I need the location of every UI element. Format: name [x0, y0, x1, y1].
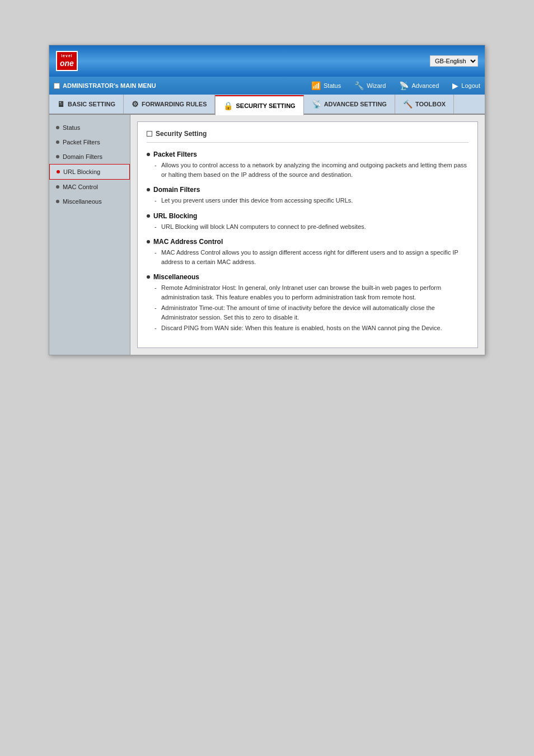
nav-advanced-label: Advanced: [411, 82, 439, 89]
tab-forwarding-rules-label: FORWARDING RULES: [142, 101, 207, 107]
section-miscellaneous: Miscellaneous Remote Administrator Host:…: [147, 273, 469, 333]
nav-logout-label: Logout: [461, 82, 480, 89]
desc-domain-filters-text: Let you prevent users under this device …: [154, 196, 469, 205]
tab-toolbox[interactable]: 🔨 TOOLBOX: [395, 95, 454, 114]
section-title-packet-filters: Packet Filters: [147, 151, 469, 158]
content-box: Security Setting Packet Filters Allows y…: [137, 121, 478, 348]
desc-misc-timeout: Administrator Time-out: The amount of ti…: [154, 303, 469, 322]
sidebar-label-miscellaneous: Miscellaneous: [63, 198, 102, 205]
desc-misc-remote: Remote Administrator Host: In general, o…: [154, 283, 469, 302]
forwarding-rules-icon: ⚙: [132, 100, 139, 109]
bullet-url-blocking: [147, 214, 150, 218]
logo: level one: [56, 51, 78, 71]
desc-packet-filters-text: Allows you to control access to a networ…: [154, 161, 469, 179]
desc-misc-ping: Discard PING from WAN side: When this fe…: [154, 323, 469, 333]
browser-frame: level one GB-English US-English Deutsch …: [49, 45, 485, 355]
sidebar-label-url-blocking: URL Blocking: [63, 168, 100, 175]
sidebar-item-miscellaneous[interactable]: Miscellaneous: [49, 194, 130, 209]
basic-setting-icon: 🖥: [57, 100, 65, 109]
desc-mac-address-control: MAC Address Control allows you to assign…: [154, 248, 469, 266]
sidebar-item-packet-filters[interactable]: Packet Filters: [49, 135, 130, 149]
sidebar: Status Packet Filters Domain Filters URL…: [49, 115, 130, 355]
admin-checkbox-icon: [54, 83, 60, 89]
tab-basic-setting-label: BASIC SETTING: [68, 101, 115, 107]
sidebar-item-url-blocking[interactable]: URL Blocking: [49, 164, 130, 180]
desc-mac-address-control-text: MAC Address Control allows you to assign…: [154, 248, 469, 266]
wizard-icon: 🔧: [354, 81, 364, 90]
sidebar-label-packet-filters: Packet Filters: [63, 139, 100, 145]
tab-security-setting[interactable]: 🔒 SECURITY SETTING: [215, 95, 303, 115]
nav-items: 📶 Status 🔧 Wizard 📡 Advanced ▶ Logout: [311, 81, 480, 90]
bullet-mac-address-control: [147, 240, 150, 243]
sidebar-bullet-status: [56, 126, 59, 129]
toolbox-icon: 🔨: [403, 100, 413, 109]
sidebar-bullet-packet-filters: [56, 140, 59, 144]
section-mac-address-control: MAC Address Control MAC Address Control …: [147, 238, 469, 266]
logo-level: level: [60, 54, 74, 58]
desc-packet-filters: Allows you to control access to a networ…: [154, 161, 469, 179]
desc-url-blocking: URL Blocking will block LAN computers to…: [154, 222, 469, 232]
tab-basic-setting[interactable]: 🖥 BASIC SETTING: [49, 95, 124, 114]
sidebar-label-mac-control: MAC Control: [63, 184, 98, 190]
tab-toolbox-label: TOOLBOX: [415, 101, 446, 107]
sidebar-label-domain-filters: Domain Filters: [63, 153, 102, 160]
sidebar-bullet-url-blocking: [57, 170, 60, 173]
desc-miscellaneous: Remote Administrator Host: In general, o…: [154, 283, 469, 333]
advanced-icon: 📡: [399, 81, 409, 90]
content-area: Status Packet Filters Domain Filters URL…: [49, 115, 485, 355]
language-selector-area: GB-English US-English Deutsch Français: [430, 55, 478, 67]
main-nav: ADMINISTRATOR's MAIN MENU 📶 Status 🔧 Wiz…: [49, 77, 485, 95]
section-title-domain-filters: Domain Filters: [147, 186, 469, 194]
section-domain-filters: Domain Filters Let you prevent users und…: [147, 186, 469, 205]
sidebar-bullet-mac-control: [56, 185, 59, 189]
sidebar-bullet-domain-filters: [56, 155, 59, 158]
desc-domain-filters: Let you prevent users under this device …: [154, 196, 469, 205]
section-label-domain-filters: Domain Filters: [153, 186, 200, 194]
bullet-miscellaneous: [147, 275, 150, 279]
advanced-setting-icon: 📡: [312, 100, 321, 109]
content-title-label: Security Setting: [156, 130, 207, 138]
sidebar-item-mac-control[interactable]: MAC Control: [49, 180, 130, 194]
section-packet-filters: Packet Filters Allows you to control acc…: [147, 151, 469, 179]
nav-wizard[interactable]: 🔧 Wizard: [354, 81, 386, 90]
nav-advanced[interactable]: 📡 Advanced: [399, 81, 439, 90]
sidebar-item-status[interactable]: Status: [49, 120, 130, 135]
sidebar-label-status: Status: [63, 124, 80, 131]
main-content: Security Setting Packet Filters Allows y…: [130, 115, 485, 355]
top-header: level one GB-English US-English Deutsch …: [49, 45, 485, 77]
logo-area: level one: [56, 51, 78, 71]
language-select[interactable]: GB-English US-English Deutsch Français: [430, 55, 478, 67]
admin-menu: ADMINISTRATOR's MAIN MENU: [54, 82, 156, 89]
sidebar-item-domain-filters[interactable]: Domain Filters: [49, 149, 130, 164]
bullet-domain-filters: [147, 188, 150, 191]
tab-bar: 🖥 BASIC SETTING ⚙ FORWARDING RULES 🔒 SEC…: [49, 95, 485, 115]
section-url-blocking: URL Blocking URL Blocking will block LAN…: [147, 212, 469, 232]
tab-security-setting-label: SECURITY SETTING: [236, 102, 295, 109]
sidebar-bullet-miscellaneous: [56, 200, 59, 203]
nav-status[interactable]: 📶 Status: [311, 81, 341, 90]
status-icon: 📶: [311, 81, 321, 90]
security-setting-icon: 🔒: [223, 101, 233, 110]
section-title-miscellaneous: Miscellaneous: [147, 273, 469, 281]
section-label-url-blocking: URL Blocking: [153, 212, 197, 220]
section-label-miscellaneous: Miscellaneous: [153, 273, 199, 281]
desc-url-blocking-text: URL Blocking will block LAN computers to…: [154, 222, 469, 232]
nav-status-label: Status: [324, 82, 341, 89]
nav-wizard-label: Wizard: [367, 82, 386, 89]
admin-menu-label: ADMINISTRATOR's MAIN MENU: [63, 82, 156, 89]
tab-forwarding-rules[interactable]: ⚙ FORWARDING RULES: [124, 95, 216, 114]
content-title-checkbox-icon: [147, 131, 152, 137]
logo-one: one: [60, 59, 74, 68]
tab-advanced-setting[interactable]: 📡 ADVANCED SETTING: [304, 95, 395, 114]
content-title: Security Setting: [147, 130, 469, 143]
tab-advanced-setting-label: ADVANCED SETTING: [324, 101, 387, 107]
section-label-mac-address-control: MAC Address Control: [153, 238, 223, 246]
section-title-url-blocking: URL Blocking: [147, 212, 469, 220]
logout-icon: ▶: [452, 81, 458, 90]
nav-logout[interactable]: ▶ Logout: [452, 81, 480, 90]
section-title-mac-address-control: MAC Address Control: [147, 238, 469, 246]
section-label-packet-filters: Packet Filters: [153, 151, 197, 158]
bullet-packet-filters: [147, 153, 150, 156]
